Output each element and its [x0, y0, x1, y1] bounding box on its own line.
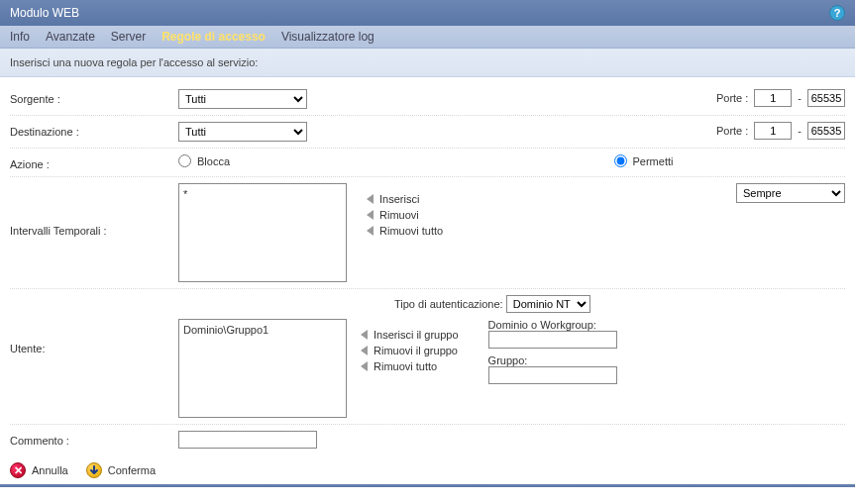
tab-regole-di-accesso[interactable]: Regole di accesso	[161, 30, 266, 44]
user-remove-button[interactable]: Rimuovi il gruppo	[361, 345, 459, 356]
user-remove-all-button[interactable]: Rimuovi tutto	[361, 360, 459, 372]
intervals-dropdown[interactable]: Sempre	[736, 183, 845, 203]
source-ports-label: Porte :	[716, 92, 748, 104]
intervals-label: Intervalli Temporali :	[10, 183, 178, 237]
user-insert-button[interactable]: Inserisci il gruppo	[361, 329, 459, 341]
bottom-rule	[0, 484, 855, 487]
cancel-button[interactable]: ✕ Annulla	[10, 462, 68, 478]
tab-visualizzatore-log[interactable]: Visualizzatore log	[281, 30, 374, 44]
row-action: Azione : Blocca Permetti	[10, 149, 845, 177]
cancel-icon: ✕	[10, 462, 26, 478]
auth-type-select[interactable]: Dominio NT	[506, 295, 590, 313]
confirm-icon	[86, 462, 102, 478]
action-label: Azione :	[10, 154, 178, 170]
intervals-remove-all-button[interactable]: Rimuovi tutto	[367, 225, 443, 237]
destination-label: Destinazione :	[10, 122, 178, 138]
source-port-to[interactable]	[807, 89, 845, 107]
destination-port-to[interactable]	[807, 122, 845, 140]
destination-ports-label: Porte :	[716, 125, 748, 137]
form-area: Sorgente : Tutti Porte : - Destinazione …	[0, 77, 855, 456]
intervals-remove-button[interactable]: Rimuovi	[367, 209, 443, 221]
user-listbox[interactable]: Dominio\Gruppo1	[178, 319, 347, 418]
intervals-listbox[interactable]: *	[178, 183, 347, 282]
source-ports: Porte : -	[716, 89, 845, 107]
action-block-radio[interactable]	[178, 154, 191, 167]
list-item[interactable]: *	[183, 187, 342, 202]
tab-server[interactable]: Server	[111, 30, 146, 44]
domain-label: Dominio o Workgroup:	[488, 319, 667, 331]
row-intervals: Intervalli Temporali : * Inserisci Rimuo…	[10, 177, 845, 289]
help-icon[interactable]: ?	[829, 5, 845, 21]
row-source: Sorgente : Tutti Porte : -	[10, 83, 845, 116]
action-allow-radio[interactable]	[614, 154, 627, 167]
title-bar: Modulo WEB ?	[0, 0, 855, 26]
list-item[interactable]: Dominio\Gruppo1	[183, 323, 342, 338]
tab-avanzate[interactable]: Avanzate	[46, 30, 95, 44]
tab-info[interactable]: Info	[10, 30, 30, 44]
destination-select[interactable]: Tutti	[178, 122, 307, 142]
arrow-left-icon	[367, 210, 374, 220]
window-title: Modulo WEB	[10, 6, 79, 20]
domain-input[interactable]	[488, 331, 617, 349]
tab-bar: Info Avanzate Server Regole di accesso V…	[0, 26, 855, 49]
source-select[interactable]: Tutti	[178, 89, 307, 109]
user-label: Utente:	[10, 295, 178, 354]
row-user: Utente: Tipo di autenticazione: Dominio …	[10, 289, 845, 425]
arrow-left-icon	[367, 226, 374, 236]
section-heading: Inserisci una nuova regola per l'accesso…	[0, 49, 855, 77]
group-input[interactable]	[488, 366, 617, 384]
row-comment: Commento :	[10, 425, 845, 454]
footer: ✕ Annulla Conferma	[0, 456, 855, 484]
intervals-insert-button[interactable]: Inserisci	[367, 193, 443, 205]
arrow-left-icon	[361, 361, 368, 371]
comment-input[interactable]	[178, 431, 317, 449]
source-label: Sorgente :	[10, 89, 178, 105]
source-port-from[interactable]	[754, 89, 792, 107]
auth-type-label: Tipo di autenticazione:	[394, 298, 503, 310]
confirm-button[interactable]: Conferma	[86, 462, 156, 478]
action-block-label: Blocca	[197, 155, 230, 167]
arrow-left-icon	[361, 346, 368, 355]
group-label: Gruppo:	[488, 354, 667, 366]
arrow-left-icon	[367, 194, 374, 204]
arrow-left-icon	[361, 330, 368, 340]
destination-port-from[interactable]	[754, 122, 792, 140]
destination-ports: Porte : -	[716, 122, 845, 140]
action-allow-label: Permetti	[633, 155, 674, 167]
comment-label: Commento :	[10, 431, 178, 447]
row-destination: Destinazione : Tutti Porte : -	[10, 116, 845, 149]
